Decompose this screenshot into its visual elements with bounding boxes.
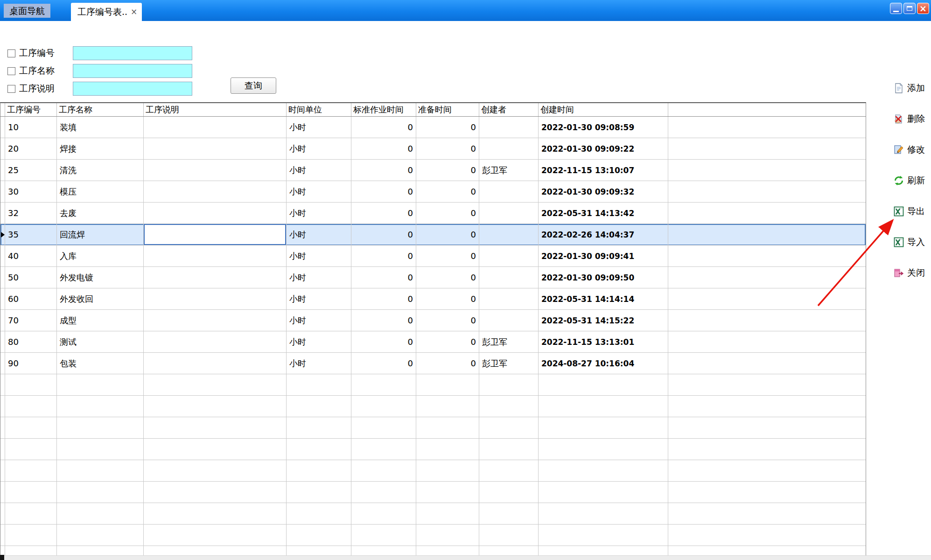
cell-created[interactable]: 2022-05-31 14:14:14 [539, 288, 668, 310]
cell-creator[interactable] [479, 138, 539, 160]
cell-desc[interactable] [144, 331, 287, 353]
restore-button[interactable] [903, 3, 916, 14]
cell-name[interactable]: 回流焊 [57, 224, 144, 245]
cell-desc[interactable] [144, 160, 287, 181]
cell-created[interactable]: 2022-01-30 09:08:59 [539, 117, 668, 138]
column-header-creator[interactable]: 创建者 [479, 103, 539, 116]
column-header-desc[interactable]: 工序说明 [144, 103, 287, 116]
cell-prep[interactable]: 0 [416, 331, 479, 353]
cell-unit[interactable]: 小时 [287, 117, 351, 138]
cell-name[interactable]: 焊接 [57, 138, 144, 160]
cell-created[interactable]: 2022-01-30 09:09:22 [539, 138, 668, 160]
cell-creator[interactable] [479, 203, 539, 224]
grid-row[interactable]: 25清洗小时00彭卫军2022-11-15 13:10:07 [0, 160, 866, 181]
cell-std[interactable]: 0 [351, 288, 416, 310]
cell-desc[interactable] [144, 138, 287, 160]
cell-code[interactable]: 50 [5, 267, 57, 288]
column-header-created[interactable]: 创建时间 [539, 103, 668, 116]
grid-row[interactable]: 80测试小时00彭卫军2022-11-15 13:13:01 [0, 331, 866, 353]
cell-name[interactable]: 包装 [57, 353, 144, 374]
filter-checkbox-name[interactable] [7, 67, 15, 75]
cell-name[interactable]: 清洗 [57, 160, 144, 181]
filter-input-desc[interactable] [73, 82, 192, 96]
cell-code[interactable]: 70 [5, 310, 57, 331]
cell-desc[interactable] [144, 267, 287, 288]
refresh-button[interactable]: 刷新 [893, 175, 925, 187]
cell-desc[interactable] [144, 224, 287, 245]
cell-name[interactable]: 装填 [57, 117, 144, 138]
cell-prep[interactable]: 0 [416, 181, 479, 203]
filter-checkbox-code[interactable] [7, 49, 15, 57]
cell-unit[interactable]: 小时 [287, 245, 351, 267]
grid-row[interactable]: 70成型小时002022-05-31 14:15:22 [0, 310, 866, 331]
column-header-std[interactable]: 标准作业时间 [351, 103, 416, 116]
cell-code[interactable]: 80 [5, 331, 57, 353]
cell-std[interactable]: 0 [351, 203, 416, 224]
cell-created[interactable]: 2022-05-31 14:13:42 [539, 203, 668, 224]
cell-prep[interactable]: 0 [416, 224, 479, 245]
cell-std[interactable]: 0 [351, 138, 416, 160]
cell-creator[interactable] [479, 181, 539, 203]
cell-creator[interactable] [479, 224, 539, 245]
cell-unit[interactable]: 小时 [287, 267, 351, 288]
cell-prep[interactable]: 0 [416, 245, 479, 267]
cell-std[interactable]: 0 [351, 117, 416, 138]
query-button[interactable]: 查询 [231, 77, 276, 94]
export-button[interactable]: 导出 [893, 205, 925, 217]
cell-std[interactable]: 0 [351, 267, 416, 288]
cell-name[interactable]: 模压 [57, 181, 144, 203]
cell-creator[interactable]: 彭卫军 [479, 353, 539, 374]
cell-created[interactable]: 2022-05-31 14:15:22 [539, 310, 668, 331]
cell-unit[interactable]: 小时 [287, 288, 351, 310]
close-button[interactable]: 关闭 [893, 267, 925, 279]
filter-input-name[interactable] [73, 64, 192, 78]
cell-created[interactable]: 2022-11-15 13:10:07 [539, 160, 668, 181]
grid-row[interactable]: 40入库小时002022-01-30 09:09:41 [0, 245, 866, 267]
close-window-button[interactable]: × [917, 3, 929, 14]
cell-desc[interactable] [144, 117, 287, 138]
cell-std[interactable]: 0 [351, 353, 416, 374]
cell-name[interactable]: 去废 [57, 203, 144, 224]
cell-prep[interactable]: 0 [416, 267, 479, 288]
cell-prep[interactable]: 0 [416, 138, 479, 160]
cell-std[interactable]: 0 [351, 160, 416, 181]
column-header-prep[interactable]: 准备时间 [416, 103, 479, 116]
cell-unit[interactable]: 小时 [287, 331, 351, 353]
cell-code[interactable]: 25 [5, 160, 57, 181]
cell-code[interactable]: 20 [5, 138, 57, 160]
cell-prep[interactable]: 0 [416, 117, 479, 138]
modify-button[interactable]: 修改 [893, 144, 925, 156]
minimize-button[interactable] [890, 3, 902, 14]
tab-desktop-navigation[interactable]: 桌面导航 [4, 4, 50, 18]
cell-std[interactable]: 0 [351, 245, 416, 267]
cell-name[interactable]: 入库 [57, 245, 144, 267]
cell-desc[interactable] [144, 353, 287, 374]
grid-row[interactable]: 90包装小时00彭卫军2024-08-27 10:16:04 [0, 353, 866, 374]
cell-name[interactable]: 成型 [57, 310, 144, 331]
cell-desc[interactable] [144, 181, 287, 203]
cell-created[interactable]: 2022-01-30 09:09:32 [539, 181, 668, 203]
filter-input-code[interactable] [73, 46, 192, 60]
cell-prep[interactable]: 0 [416, 310, 479, 331]
cell-code[interactable]: 10 [5, 117, 57, 138]
cell-name[interactable]: 外发电镀 [57, 267, 144, 288]
grid-row[interactable]: 32去废小时002022-05-31 14:13:42 [0, 203, 866, 224]
delete-button[interactable]: 删除 [893, 113, 925, 125]
grid-row[interactable]: 60外发收回小时002022-05-31 14:14:14 [0, 288, 866, 310]
column-header-code[interactable]: 工序编号 [5, 103, 57, 116]
cell-std[interactable]: 0 [351, 310, 416, 331]
cell-created[interactable]: 2024-08-27 10:16:04 [539, 353, 668, 374]
cell-prep[interactable]: 0 [416, 288, 479, 310]
cell-code[interactable]: 90 [5, 353, 57, 374]
grid-row[interactable]: 20焊接小时002022-01-30 09:09:22 [0, 138, 866, 160]
grid-row[interactable]: 50外发电镀小时002022-01-30 09:09:50 [0, 267, 866, 288]
cell-created[interactable]: 2022-01-30 09:09:41 [539, 245, 668, 267]
cell-prep[interactable]: 0 [416, 160, 479, 181]
cell-desc[interactable] [144, 310, 287, 331]
cell-std[interactable]: 0 [351, 224, 416, 245]
cell-created[interactable]: 2022-02-26 14:04:37 [539, 224, 668, 245]
column-header-name[interactable]: 工序名称 [57, 103, 144, 116]
cell-desc[interactable] [144, 288, 287, 310]
column-header-unit[interactable]: 时间单位 [287, 103, 351, 116]
filter-checkbox-desc[interactable] [7, 85, 15, 93]
